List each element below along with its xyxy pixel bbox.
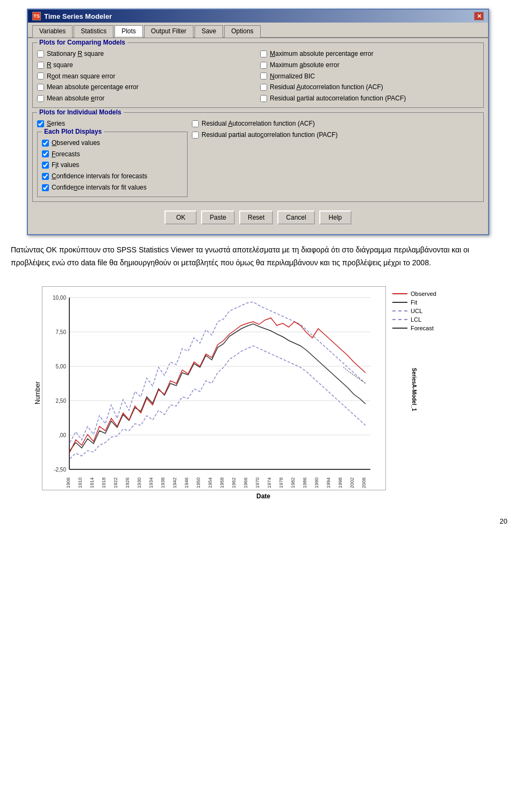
check-mean-absolute-error[interactable]: Mean absolute error [37, 94, 256, 103]
tab-plots[interactable]: Plots [114, 25, 143, 38]
checkbox-fit-values[interactable] [42, 162, 49, 169]
comparing-col1: Stationary R square R square Root mean s… [37, 49, 256, 103]
check-max-abs-error[interactable]: Maximum absolute error [260, 61, 479, 70]
tab-variables[interactable]: Variables [32, 25, 73, 38]
check-mean-absolute-pct[interactable]: Mean absolute percentage error [37, 83, 256, 92]
svg-text:,00: ,00 [59, 432, 66, 438]
plots-individual-models-group: Plots for Individual Models Series Each … [32, 112, 484, 202]
check-forecasts[interactable]: Forecasts [42, 150, 183, 159]
chart-main: 10,00 7,50 5,00 2,50 ,00 -2,50 1906 1910… [42, 286, 485, 500]
app-icon: TS [32, 12, 41, 20]
check-normalized-bic[interactable]: Normalized BIC [260, 72, 479, 81]
svg-text:-2,50: -2,50 [54, 467, 66, 473]
checkbox-max-abs-error[interactable] [260, 62, 267, 69]
help-button[interactable]: Help [319, 211, 352, 224]
svg-text:1986: 1986 [302, 477, 307, 488]
check-root-mean-square[interactable]: Root mean square error [37, 72, 256, 81]
svg-text:1926: 1926 [125, 477, 130, 488]
checkbox-residual-acf[interactable] [260, 84, 267, 91]
svg-text:1934: 1934 [148, 477, 154, 488]
checkbox-residual-pacf[interactable] [260, 95, 267, 102]
svg-text:2,50: 2,50 [56, 398, 67, 404]
check-r-square[interactable]: R square [37, 61, 256, 70]
svg-text:1974: 1974 [267, 477, 272, 488]
ok-button[interactable]: OK [164, 211, 197, 224]
title-bar: TS Time Series Modeler ✕ [28, 10, 488, 23]
legend-lcl-label: LCL [411, 316, 421, 323]
svg-text:1906: 1906 [66, 477, 71, 488]
comparing-col2: Maximum absolute percentage error Maximu… [260, 49, 479, 103]
tab-bar: Variables Statistics Plots Output Filter… [28, 23, 488, 38]
dialog-window: TS Time Series Modeler ✕ Variables Stati… [27, 9, 489, 235]
checkbox-series[interactable] [37, 120, 44, 127]
title-bar-left: TS Time Series Modeler [32, 12, 112, 20]
svg-text:1982: 1982 [290, 477, 296, 488]
each-plot-content: Observed values Forecasts Fit values [42, 139, 183, 192]
chart-right: Observed Fit UCL LCL [386, 286, 441, 443]
checkbox-max-abs-pct-error[interactable] [260, 50, 267, 57]
checkbox-forecasts[interactable] [42, 150, 49, 157]
svg-text:1954: 1954 [207, 477, 213, 488]
svg-text:1910: 1910 [77, 477, 83, 488]
svg-text:1930: 1930 [137, 477, 142, 488]
check-max-abs-pct-error[interactable]: Maximum absolute percentage error [260, 49, 479, 59]
svg-text:1966: 1966 [243, 477, 248, 488]
check-ci-fit[interactable]: Confidence intervals for fit values [42, 183, 183, 192]
tab-statistics[interactable]: Statistics [74, 25, 113, 38]
cancel-button[interactable]: Cancel [277, 211, 314, 224]
checkbox-root-mean-square[interactable] [37, 73, 44, 79]
check-ind-pacf[interactable]: Residual partial autocorrelation functio… [192, 130, 479, 140]
svg-text:1922: 1922 [113, 477, 118, 488]
svg-text:1914: 1914 [89, 477, 95, 488]
legend-lcl: LCL [392, 316, 436, 323]
comparing-models-content: Stationary R square R square Root mean s… [37, 49, 479, 103]
dialog-content: Plots for Comparing Models Stationary R … [28, 38, 488, 234]
checkbox-stationary-r-square[interactable] [37, 50, 44, 57]
plots-individual-models-title: Plots for Individual Models [37, 108, 124, 116]
series-label: SeriesA-Model_1 [386, 336, 441, 443]
individual-right-col: Residual Autocorrelation function (ACF) … [192, 119, 479, 197]
checkbox-ci-fit[interactable] [42, 184, 49, 191]
legend-ucl-label: UCL [411, 308, 422, 314]
checkbox-r-square[interactable] [37, 62, 44, 69]
plots-comparing-models-group: Plots for Comparing Models Stationary R … [32, 42, 484, 108]
svg-text:1950: 1950 [196, 477, 201, 488]
check-ind-acf[interactable]: Residual Autocorrelation function (ACF) [192, 119, 479, 128]
check-ci-forecasts[interactable]: Confidence intervals for forecasts [42, 172, 183, 181]
checkbox-observed[interactable] [42, 140, 49, 147]
check-observed[interactable]: Observed values [42, 139, 183, 148]
svg-text:1946: 1946 [184, 477, 189, 488]
reset-button[interactable]: Reset [239, 211, 273, 224]
check-stationary-r-square[interactable]: Stationary R square [37, 49, 256, 59]
each-plot-displays-group: Each Plot Displays Observed values Forec… [37, 132, 188, 197]
svg-text:10,00: 10,00 [53, 295, 66, 301]
tab-output-filter[interactable]: Output Filter [144, 25, 194, 38]
checkbox-normalized-bic[interactable] [260, 73, 267, 79]
greek-text-content: Πατώντας OK προκύπτουν στο SPSS Statisti… [11, 245, 469, 267]
window-title: Time Series Modeler [44, 12, 112, 20]
each-plot-displays-title: Each Plot Displays [42, 128, 104, 135]
legend-lcl-line [392, 319, 407, 320]
check-residual-pacf[interactable]: Residual partial autocorrelation functio… [260, 94, 479, 103]
svg-text:1918: 1918 [101, 477, 106, 488]
x-axis-label: Date [42, 492, 485, 500]
svg-text:1990: 1990 [314, 477, 319, 488]
checkbox-ci-forecasts[interactable] [42, 173, 49, 180]
legend-ucl-line [392, 310, 407, 311]
svg-text:2006: 2006 [361, 477, 367, 488]
chart-svg: 10,00 7,50 5,00 2,50 ,00 -2,50 1906 1910… [42, 286, 386, 490]
tab-save[interactable]: Save [195, 25, 223, 38]
checkbox-mean-absolute-error[interactable] [37, 95, 44, 102]
checkbox-ind-acf[interactable] [192, 120, 199, 127]
tab-options[interactable]: Options [224, 25, 260, 38]
close-button[interactable]: ✕ [474, 12, 484, 20]
checkbox-mean-absolute-pct[interactable] [37, 84, 44, 91]
svg-text:7,50: 7,50 [56, 329, 67, 335]
paste-button[interactable]: Paste [201, 211, 235, 224]
check-series[interactable]: Series [37, 119, 188, 128]
check-fit-values[interactable]: Fit values [42, 161, 183, 170]
checkbox-ind-pacf[interactable] [192, 132, 199, 139]
y-axis-label: Number [31, 286, 42, 500]
plots-comparing-models-title: Plots for Comparing Models [37, 39, 127, 46]
check-residual-acf[interactable]: Residual Autocorrelation function (ACF) [260, 83, 479, 92]
